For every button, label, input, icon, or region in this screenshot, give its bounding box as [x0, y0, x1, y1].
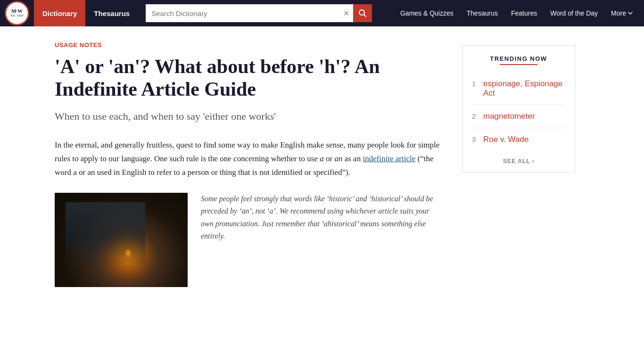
thesaurus-tab[interactable]: Thesaurus	[85, 0, 138, 26]
word-of-day-link[interactable]: Word of the Day	[544, 9, 604, 17]
search-clear-button[interactable]: ✕	[339, 9, 353, 18]
trending-box: TRENDING NOW 1 espionage, Espionage Act …	[462, 45, 575, 173]
trending-rank-3: 3	[472, 135, 479, 143]
nav-tabs: Dictionary Thesaurus	[34, 0, 138, 26]
article-category: Usage Notes	[55, 41, 443, 49]
main-content: Usage Notes 'A' or 'an'? What about befo…	[0, 26, 462, 306]
nav-links: Games & Quizzes Thesaurus Features Word …	[394, 9, 644, 17]
chevron-down-icon	[628, 12, 633, 15]
page-wrapper: Usage Notes 'A' or 'an'? What about befo…	[0, 26, 644, 306]
article-image	[55, 193, 188, 287]
search-wrapper: ✕	[146, 4, 353, 22]
trending-word-2[interactable]: magnetometer	[483, 112, 535, 121]
logo-est: Est. 1828	[11, 14, 23, 17]
site-logo[interactable]: M·W Est. 1828	[0, 0, 34, 26]
svg-line-1	[364, 15, 366, 17]
trending-item-3[interactable]: 3 Roe v. Wade	[472, 128, 565, 151]
trending-rank-1: 1	[472, 80, 479, 88]
main-nav: M·W Est. 1828 Dictionary Thesaurus ✕ Gam…	[0, 0, 644, 26]
trending-rank-2: 2	[472, 112, 479, 120]
sidebar: TRENDING NOW 1 espionage, Espionage Act …	[462, 26, 585, 306]
search-submit-button[interactable]	[353, 4, 372, 22]
games-quizzes-link[interactable]: Games & Quizzes	[394, 9, 460, 17]
trending-word-1[interactable]: espionage, Espionage Act	[483, 79, 565, 98]
article-caption: Some people feel strongly that words lik…	[201, 193, 441, 243]
dictionary-tab[interactable]: Dictionary	[34, 0, 85, 26]
search-icon	[358, 9, 367, 17]
indefinite-article-link[interactable]: indefinite article	[363, 154, 415, 163]
trending-word-3[interactable]: Roe v. Wade	[483, 135, 528, 144]
search-input[interactable]	[146, 4, 339, 22]
trending-item-2[interactable]: 2 magnetometer	[472, 105, 565, 128]
trending-divider	[500, 64, 537, 65]
see-all-link[interactable]: SEE ALL ›	[472, 157, 565, 165]
features-link[interactable]: Features	[504, 9, 544, 17]
article-body: In the eternal, and generally fruitless,…	[55, 139, 441, 180]
more-link[interactable]: More	[604, 9, 639, 17]
article-figure: Some people feel strongly that words lik…	[55, 193, 441, 287]
thesaurus-nav-link[interactable]: Thesaurus	[460, 9, 504, 17]
search-area: ✕	[146, 4, 372, 22]
trending-item-1[interactable]: 1 espionage, Espionage Act	[472, 73, 565, 105]
article-subtitle: When to use each, and when to say 'eithe…	[55, 109, 394, 124]
article-title: 'A' or 'an'? What about before 'h'? An I…	[55, 55, 441, 101]
trending-title: TRENDING NOW	[472, 55, 565, 62]
article-image-sim	[55, 193, 188, 287]
logo-text: M·W	[11, 8, 23, 14]
